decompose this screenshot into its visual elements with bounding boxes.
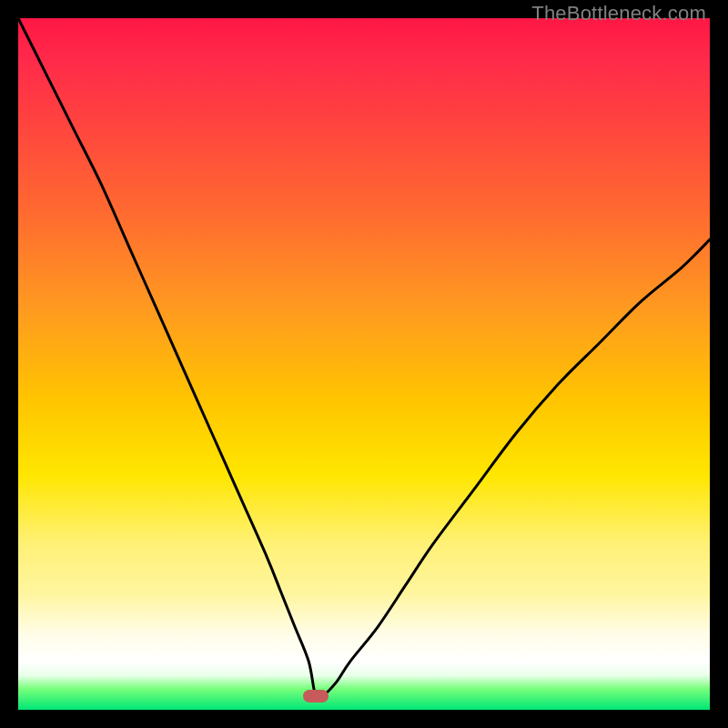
curve-path: [18, 18, 710, 699]
plot-area: [18, 18, 710, 710]
watermark-text: TheBottleneck.com: [531, 2, 706, 25]
minimum-marker: [303, 690, 329, 703]
chart-frame: TheBottleneck.com: [0, 0, 728, 728]
bottleneck-curve: [18, 18, 710, 710]
